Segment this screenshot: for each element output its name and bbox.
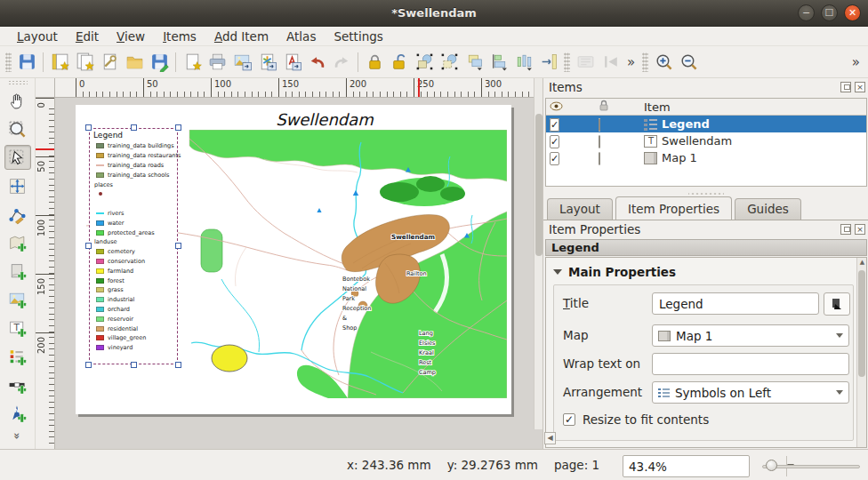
toolbar-overflow-icon[interactable]: » bbox=[623, 54, 639, 70]
data-defined-override-button[interactable] bbox=[824, 292, 850, 316]
zoom-out-button[interactable] bbox=[676, 50, 701, 75]
undo-button[interactable] bbox=[304, 50, 329, 75]
toolbar-grip[interactable] bbox=[564, 52, 570, 72]
redo-button[interactable] bbox=[329, 50, 354, 75]
resize-to-fit-checkbox[interactable] bbox=[563, 413, 575, 426]
selection-handle[interactable] bbox=[175, 124, 181, 131]
move-item-content-tool-button[interactable] bbox=[4, 173, 31, 198]
lock-items-button[interactable] bbox=[362, 50, 387, 75]
resize-items-button[interactable] bbox=[536, 50, 561, 75]
zoom-tool-button[interactable] bbox=[4, 116, 31, 141]
items-table-row[interactable]: Legend bbox=[546, 116, 866, 132]
export-pdf-button[interactable] bbox=[279, 50, 304, 75]
zoom-slider-thumb[interactable] bbox=[766, 460, 777, 471]
lock-checkbox[interactable] bbox=[599, 118, 600, 132]
legend-item[interactable]: Legend training_data buildings bbox=[89, 128, 178, 364]
visibility-checkbox[interactable] bbox=[550, 152, 559, 165]
zoom-in-button[interactable] bbox=[651, 50, 676, 75]
right-dock: Items × Item bbox=[542, 78, 868, 449]
raise-items-button[interactable] bbox=[462, 50, 486, 75]
visibility-checkbox[interactable] bbox=[550, 118, 559, 132]
lock-checkbox[interactable] bbox=[599, 135, 600, 148]
items-table-row[interactable]: Swellendam bbox=[546, 132, 866, 149]
distribute-items-button[interactable] bbox=[511, 50, 536, 75]
panel-close-icon[interactable]: × bbox=[855, 82, 865, 92]
titlebar[interactable]: *Swellendam ─ ☐ ✕ bbox=[0, 0, 868, 27]
atlas-preview-button[interactable] bbox=[573, 50, 598, 75]
menu-item[interactable]: Edit bbox=[68, 28, 107, 45]
load-template-button[interactable] bbox=[122, 50, 147, 75]
export-svg-button[interactable] bbox=[254, 50, 279, 75]
close-icon[interactable]: ✕ bbox=[844, 4, 861, 21]
add-north-arrow-button[interactable]: N bbox=[4, 401, 31, 426]
duplicate-layout-button[interactable] bbox=[72, 50, 97, 75]
vertical-ruler[interactable]: 050100150200 bbox=[36, 98, 55, 449]
wrap-text-input[interactable] bbox=[652, 353, 849, 375]
selection-handle[interactable] bbox=[175, 362, 181, 368]
add-map-button[interactable] bbox=[4, 230, 31, 255]
zoom-slider[interactable] bbox=[762, 459, 860, 473]
add-picture-button[interactable] bbox=[4, 287, 31, 312]
panel-float-icon[interactable] bbox=[840, 224, 851, 235]
menu-item[interactable]: Layout bbox=[9, 28, 66, 45]
layout-page-canvas[interactable]: Swellendam bbox=[55, 98, 534, 449]
main-properties-section-header[interactable]: Main Properties bbox=[553, 265, 676, 279]
add-3d-map-button[interactable] bbox=[4, 259, 31, 284]
unlock-items-button[interactable] bbox=[387, 50, 412, 75]
edit-nodes-tool-button[interactable] bbox=[4, 202, 31, 227]
toolbar-grip[interactable] bbox=[642, 52, 648, 72]
dock-tab[interactable]: Guides bbox=[735, 198, 801, 220]
menu-item[interactable]: Items bbox=[155, 28, 205, 45]
ungroup-items-button[interactable] bbox=[437, 50, 462, 75]
layout-manager-button[interactable] bbox=[97, 50, 122, 75]
selection-handle[interactable] bbox=[85, 124, 92, 131]
add-scalebar-button[interactable] bbox=[4, 372, 31, 397]
panel-float-icon[interactable] bbox=[840, 82, 851, 92]
panel-scroll-left-icon[interactable]: ◀ bbox=[544, 432, 556, 444]
group-items-button[interactable] bbox=[412, 50, 437, 75]
legend-swatch bbox=[99, 192, 102, 196]
items-table-row[interactable]: Map 1 bbox=[546, 149, 866, 166]
toolbar-grip[interactable] bbox=[8, 80, 28, 86]
properties-scrollbar[interactable]: ▲ bbox=[856, 258, 866, 447]
menu-item[interactable]: Atlas bbox=[278, 28, 324, 45]
dock-tab[interactable]: Layout bbox=[547, 198, 613, 220]
canvas-vertical-scrollbar[interactable] bbox=[534, 78, 542, 429]
menu-item[interactable]: Add Item bbox=[206, 28, 277, 45]
toolbar-overflow-icon[interactable]: » bbox=[848, 54, 864, 70]
lock-checkbox[interactable] bbox=[599, 152, 600, 165]
maximize-icon[interactable]: ☐ bbox=[821, 4, 838, 21]
print-button[interactable] bbox=[205, 50, 229, 75]
title-input[interactable] bbox=[652, 292, 819, 315]
pan-tool-button[interactable] bbox=[4, 88, 31, 113]
dock-tab[interactable]: Item Properties bbox=[615, 196, 732, 220]
menu-item[interactable]: Settings bbox=[326, 28, 390, 45]
export-image-button[interactable] bbox=[229, 50, 254, 75]
select-move-item-tool-button[interactable] bbox=[4, 145, 31, 170]
add-label-button[interactable]: T bbox=[4, 316, 31, 340]
menu-item[interactable]: View bbox=[108, 28, 153, 45]
panel-close-icon[interactable]: × bbox=[855, 224, 865, 235]
add-legend-button[interactable] bbox=[4, 344, 31, 369]
toolbar-overflow-icon[interactable]: » bbox=[11, 428, 24, 444]
horizontal-ruler[interactable]: 050100150200250300 bbox=[55, 78, 542, 98]
map-title-label-item[interactable]: Swellendam bbox=[76, 110, 534, 129]
selection-handle[interactable] bbox=[85, 362, 92, 368]
new-layout-button[interactable] bbox=[47, 50, 72, 75]
toolbar-grip[interactable] bbox=[5, 52, 12, 72]
save-as-template-button[interactable] bbox=[147, 50, 172, 75]
selection-handle[interactable] bbox=[131, 124, 137, 131]
selection-handle[interactable] bbox=[131, 362, 137, 368]
arrangement-select[interactable]: Symbols on Left bbox=[652, 381, 849, 404]
save-button[interactable] bbox=[14, 50, 39, 75]
selection-handle[interactable] bbox=[85, 243, 92, 249]
minimize-icon[interactable]: ─ bbox=[798, 4, 815, 21]
align-items-button[interactable] bbox=[486, 50, 511, 75]
layout-page[interactable]: Swellendam bbox=[76, 105, 511, 414]
add-pages-button[interactable] bbox=[180, 50, 205, 75]
map-select[interactable]: Map 1 bbox=[652, 324, 849, 347]
zoom-level-combo[interactable] bbox=[623, 455, 750, 477]
atlas-first-feature-button[interactable] bbox=[598, 50, 623, 75]
visibility-checkbox[interactable] bbox=[550, 135, 559, 148]
selection-handle[interactable] bbox=[175, 243, 181, 249]
